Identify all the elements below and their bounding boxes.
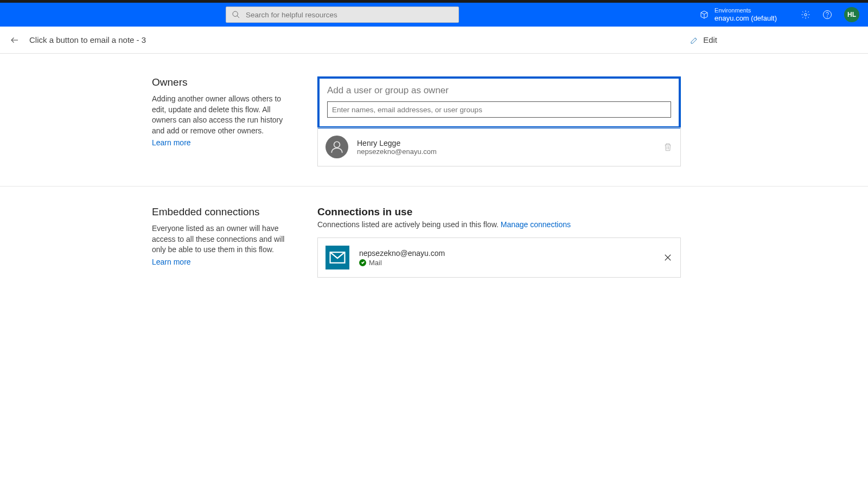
owner-email: nepsezekno@enayu.com — [357, 147, 654, 156]
connections-section: Embedded connections Everyone listed as … — [0, 186, 868, 297]
edit-label: Edit — [703, 35, 717, 44]
owner-row: Henry Legge nepsezekno@enayu.com — [317, 127, 681, 166]
connections-learn-more-link[interactable]: Learn more — [152, 258, 191, 266]
connection-email: nepsezekno@enayu.com — [359, 249, 653, 258]
svg-point-6 — [334, 142, 340, 147]
back-button[interactable] — [10, 35, 20, 45]
global-search[interactable] — [226, 7, 459, 23]
page-title: Click a button to email a note - 3 — [29, 35, 146, 44]
page-subheader: Click a button to email a note - 3 Edit — [0, 27, 868, 54]
environment-label: Environments — [714, 7, 777, 14]
owners-learn-more-link[interactable]: Learn more — [152, 138, 191, 147]
environment-icon — [699, 10, 709, 20]
help-icon[interactable] — [822, 10, 832, 20]
owners-section: Owners Adding another owner allows other… — [0, 70, 868, 186]
user-avatar[interactable]: HL — [844, 7, 859, 22]
svg-point-0 — [233, 11, 238, 16]
owners-description: Adding another owner allows others to ed… — [152, 94, 285, 136]
person-icon — [326, 136, 348, 158]
connection-row: nepsezekno@enayu.com Mail — [317, 237, 681, 278]
connections-in-use-heading: Connections in use — [317, 206, 681, 218]
status-ok-icon — [359, 259, 366, 266]
edit-icon — [690, 36, 699, 44]
owner-name: Henry Legge — [357, 139, 654, 147]
owners-heading: Owners — [152, 76, 285, 88]
connections-description: Everyone listed as an owner will have ac… — [152, 223, 285, 255]
remove-connection-button[interactable] — [663, 253, 673, 262]
add-owner-title: Add a user or group as owner — [327, 85, 671, 96]
edit-button[interactable]: Edit — [690, 35, 858, 44]
add-owner-box: Add a user or group as owner — [317, 76, 681, 129]
connection-type: Mail — [369, 259, 382, 267]
manage-connections-link[interactable]: Manage connections — [501, 220, 571, 229]
environment-value: enayu.com (default) — [714, 14, 777, 23]
svg-point-4 — [827, 17, 828, 17]
app-header: Environments enayu.com (default) HL — [0, 3, 868, 27]
svg-line-1 — [237, 16, 239, 18]
svg-point-3 — [824, 11, 832, 19]
search-input[interactable] — [246, 11, 453, 19]
environment-picker[interactable]: Environments enayu.com (default) — [699, 7, 777, 23]
connections-in-use-desc: Connections listed are actively being us… — [317, 220, 681, 229]
connections-heading: Embedded connections — [152, 206, 285, 218]
add-owner-input[interactable] — [327, 101, 671, 118]
settings-icon[interactable] — [801, 10, 810, 20]
delete-owner-button[interactable] — [663, 142, 673, 152]
svg-point-2 — [805, 14, 807, 16]
mail-icon — [326, 246, 349, 269]
search-icon — [232, 10, 240, 19]
